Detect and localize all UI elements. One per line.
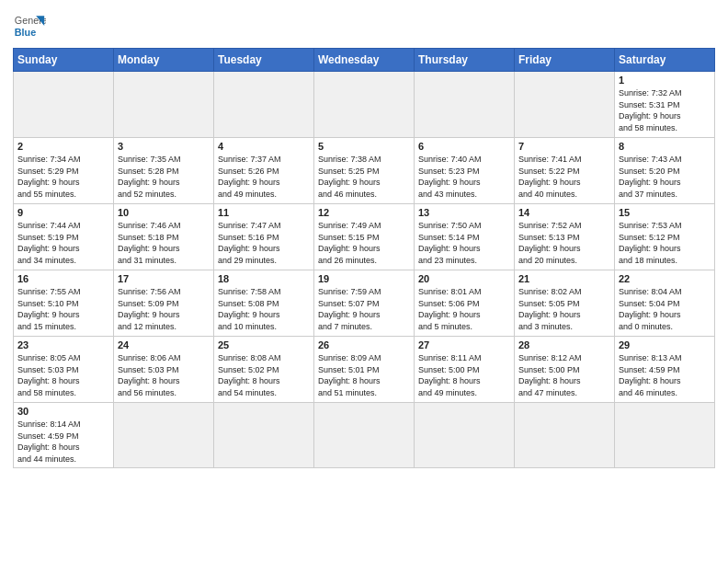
day-number: 30 (17, 406, 109, 417)
day-info: Sunrise: 7:49 AM Sunset: 5:15 PM Dayligh… (318, 220, 410, 266)
day-number: 27 (418, 339, 510, 350)
day-info: Sunrise: 7:53 AM Sunset: 5:12 PM Dayligh… (619, 220, 711, 266)
calendar-cell: 19Sunrise: 7:59 AM Sunset: 5:07 PM Dayli… (314, 270, 415, 337)
weekday-header-wednesday: Wednesday (314, 49, 415, 72)
calendar-cell (114, 72, 214, 138)
calendar-cell: 5Sunrise: 7:38 AM Sunset: 5:25 PM Daylig… (314, 138, 415, 204)
calendar-week-row: 9Sunrise: 7:44 AM Sunset: 5:19 PM Daylig… (14, 204, 715, 270)
calendar-cell: 13Sunrise: 7:50 AM Sunset: 5:14 PM Dayli… (415, 204, 515, 270)
calendar-cell (515, 72, 615, 138)
calendar-cell: 20Sunrise: 8:01 AM Sunset: 5:06 PM Dayli… (415, 270, 515, 337)
day-info: Sunrise: 8:13 AM Sunset: 4:59 PM Dayligh… (619, 352, 711, 398)
day-number: 3 (118, 141, 210, 152)
weekday-header-thursday: Thursday (415, 49, 515, 72)
day-info: Sunrise: 7:38 AM Sunset: 5:25 PM Dayligh… (318, 154, 410, 200)
weekday-header-sunday: Sunday (14, 49, 114, 72)
calendar-cell: 21Sunrise: 8:02 AM Sunset: 5:05 PM Dayli… (515, 270, 615, 337)
day-info: Sunrise: 7:46 AM Sunset: 5:18 PM Dayligh… (118, 220, 210, 266)
calendar-week-row: 23Sunrise: 8:05 AM Sunset: 5:03 PM Dayli… (14, 337, 715, 403)
day-info: Sunrise: 7:58 AM Sunset: 5:08 PM Dayligh… (218, 286, 310, 332)
day-number: 5 (318, 141, 410, 152)
calendar-cell: 15Sunrise: 7:53 AM Sunset: 5:12 PM Dayli… (615, 204, 715, 270)
generalblue-logo-icon: General Blue (13, 9, 46, 42)
day-info: Sunrise: 8:02 AM Sunset: 5:05 PM Dayligh… (518, 286, 610, 332)
calendar-cell (615, 403, 715, 468)
weekday-header-row: SundayMondayTuesdayWednesdayThursdayFrid… (14, 49, 715, 72)
header: General Blue (13, 9, 715, 42)
calendar-cell (314, 403, 415, 468)
calendar-cell: 10Sunrise: 7:46 AM Sunset: 5:18 PM Dayli… (114, 204, 214, 270)
day-info: Sunrise: 7:44 AM Sunset: 5:19 PM Dayligh… (17, 220, 109, 266)
calendar-cell: 6Sunrise: 7:40 AM Sunset: 5:23 PM Daylig… (415, 138, 515, 204)
weekday-header-tuesday: Tuesday (214, 49, 314, 72)
calendar-cell: 3Sunrise: 7:35 AM Sunset: 5:28 PM Daylig… (114, 138, 214, 204)
day-number: 9 (17, 207, 109, 218)
calendar-cell: 11Sunrise: 7:47 AM Sunset: 5:16 PM Dayli… (214, 204, 314, 270)
day-number: 22 (619, 273, 711, 284)
day-info: Sunrise: 8:06 AM Sunset: 5:03 PM Dayligh… (118, 352, 210, 398)
calendar-cell: 28Sunrise: 8:12 AM Sunset: 5:00 PM Dayli… (515, 337, 615, 403)
calendar-cell: 26Sunrise: 8:09 AM Sunset: 5:01 PM Dayli… (314, 337, 415, 403)
calendar-cell (214, 72, 314, 138)
day-number: 13 (418, 207, 510, 218)
calendar-cell: 7Sunrise: 7:41 AM Sunset: 5:22 PM Daylig… (515, 138, 615, 204)
day-number: 11 (218, 207, 310, 218)
day-number: 26 (318, 339, 410, 350)
calendar-cell: 4Sunrise: 7:37 AM Sunset: 5:26 PM Daylig… (214, 138, 314, 204)
calendar-week-row: 16Sunrise: 7:55 AM Sunset: 5:10 PM Dayli… (14, 270, 715, 337)
day-number: 4 (218, 141, 310, 152)
svg-text:Blue: Blue (15, 27, 36, 38)
day-number: 1 (619, 75, 711, 86)
day-number: 29 (619, 339, 711, 350)
calendar-cell: 8Sunrise: 7:43 AM Sunset: 5:20 PM Daylig… (615, 138, 715, 204)
day-number: 16 (17, 273, 109, 284)
day-number: 8 (619, 141, 711, 152)
day-number: 21 (518, 273, 610, 284)
calendar-cell (415, 72, 515, 138)
day-number: 14 (518, 207, 610, 218)
day-info: Sunrise: 7:47 AM Sunset: 5:16 PM Dayligh… (218, 220, 310, 266)
calendar-cell: 16Sunrise: 7:55 AM Sunset: 5:10 PM Dayli… (14, 270, 114, 337)
day-number: 15 (619, 207, 711, 218)
calendar-cell: 17Sunrise: 7:56 AM Sunset: 5:09 PM Dayli… (114, 270, 214, 337)
weekday-header-friday: Friday (515, 49, 615, 72)
day-info: Sunrise: 7:56 AM Sunset: 5:09 PM Dayligh… (118, 286, 210, 332)
calendar-cell (114, 403, 214, 468)
calendar-cell: 23Sunrise: 8:05 AM Sunset: 5:03 PM Dayli… (14, 337, 114, 403)
calendar-cell: 29Sunrise: 8:13 AM Sunset: 4:59 PM Dayli… (615, 337, 715, 403)
day-info: Sunrise: 8:09 AM Sunset: 5:01 PM Dayligh… (318, 352, 410, 398)
calendar-cell: 14Sunrise: 7:52 AM Sunset: 5:13 PM Dayli… (515, 204, 615, 270)
weekday-header-monday: Monday (114, 49, 214, 72)
day-info: Sunrise: 8:04 AM Sunset: 5:04 PM Dayligh… (619, 286, 711, 332)
calendar-cell (214, 403, 314, 468)
day-number: 2 (17, 141, 109, 152)
day-info: Sunrise: 7:52 AM Sunset: 5:13 PM Dayligh… (518, 220, 610, 266)
day-info: Sunrise: 8:11 AM Sunset: 5:00 PM Dayligh… (418, 352, 510, 398)
calendar-cell (14, 72, 114, 138)
calendar-cell: 25Sunrise: 8:08 AM Sunset: 5:02 PM Dayli… (214, 337, 314, 403)
day-info: Sunrise: 7:59 AM Sunset: 5:07 PM Dayligh… (318, 286, 410, 332)
day-info: Sunrise: 7:37 AM Sunset: 5:26 PM Dayligh… (218, 154, 310, 200)
day-number: 20 (418, 273, 510, 284)
day-number: 25 (218, 339, 310, 350)
calendar-cell: 30Sunrise: 8:14 AM Sunset: 4:59 PM Dayli… (14, 403, 114, 468)
day-info: Sunrise: 8:05 AM Sunset: 5:03 PM Dayligh… (17, 352, 109, 398)
day-info: Sunrise: 8:14 AM Sunset: 4:59 PM Dayligh… (17, 419, 109, 465)
day-number: 10 (118, 207, 210, 218)
calendar-cell: 2Sunrise: 7:34 AM Sunset: 5:29 PM Daylig… (14, 138, 114, 204)
calendar-cell: 1Sunrise: 7:32 AM Sunset: 5:31 PM Daylig… (615, 72, 715, 138)
day-number: 18 (218, 273, 310, 284)
day-number: 17 (118, 273, 210, 284)
day-info: Sunrise: 7:43 AM Sunset: 5:20 PM Dayligh… (619, 154, 711, 200)
calendar-week-row: 30Sunrise: 8:14 AM Sunset: 4:59 PM Dayli… (14, 403, 715, 468)
day-info: Sunrise: 7:35 AM Sunset: 5:28 PM Dayligh… (118, 154, 210, 200)
page: General Blue SundayMondayTuesdayWednesda… (0, 0, 728, 563)
calendar-cell (515, 403, 615, 468)
day-number: 19 (318, 273, 410, 284)
weekday-header-saturday: Saturday (615, 49, 715, 72)
day-number: 23 (17, 339, 109, 350)
calendar-cell (415, 403, 515, 468)
day-info: Sunrise: 7:41 AM Sunset: 5:22 PM Dayligh… (518, 154, 610, 200)
calendar-week-row: 2Sunrise: 7:34 AM Sunset: 5:29 PM Daylig… (14, 138, 715, 204)
calendar-cell: 22Sunrise: 8:04 AM Sunset: 5:04 PM Dayli… (615, 270, 715, 337)
